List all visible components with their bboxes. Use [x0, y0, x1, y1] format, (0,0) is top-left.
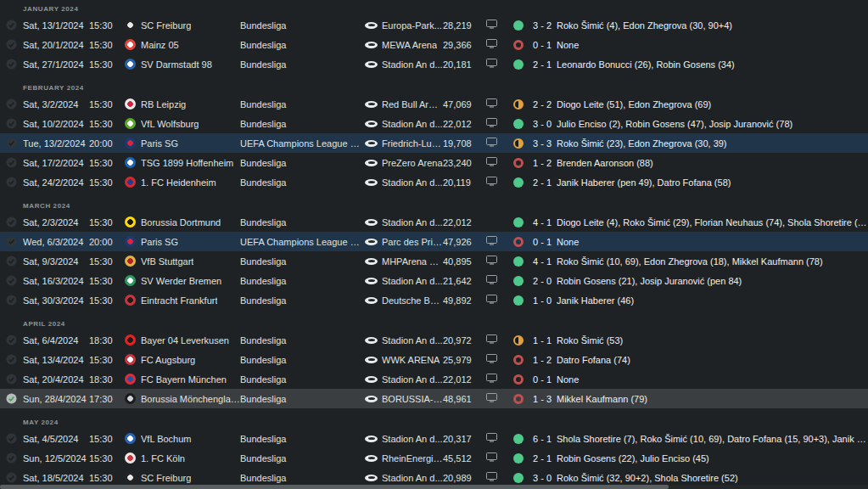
- fixture-row[interactable]: Sat, 20/4/2024 18:30 FC Bayern München B…: [0, 369, 868, 389]
- opponent-cell: Eintracht Frankfurt: [125, 295, 240, 306]
- fixture-row[interactable]: Sun, 12/5/2024 15:30 1. FC Köln Bundesli…: [0, 448, 868, 468]
- club-badge-icon: [125, 98, 136, 110]
- club-badge-icon: [125, 177, 136, 188]
- result-cell: [509, 473, 528, 483]
- score: 0 - 1: [528, 237, 557, 247]
- opponent-cell: RB Leipzig: [125, 98, 240, 110]
- played-check-cell: [0, 374, 23, 385]
- opponent-name: Eintracht Frankfurt: [141, 295, 217, 306]
- scorers: None: [557, 237, 868, 247]
- tv-icon: [486, 452, 497, 464]
- match-date: Sat, 30/3/2024: [23, 295, 89, 306]
- fixture-row[interactable]: Sat, 16/3/2024 15:30 SV Werder Bremen Bu…: [0, 271, 868, 290]
- tv-icon: [486, 334, 497, 346]
- match-date: Sat, 9/3/2024: [23, 256, 89, 267]
- fixture-row[interactable]: Sat, 20/1/2024 15:30 Mainz 05 Bundesliga…: [0, 35, 868, 54]
- stadium-name: Deutsche Ban...: [382, 295, 443, 306]
- fixture-row[interactable]: Sat, 2/3/2024 15:30 Borussia Dortmund Bu…: [0, 212, 868, 232]
- stadium-name: Red Bull Arena: [382, 99, 443, 110]
- fixture-row[interactable]: Sat, 6/4/2024 18:30 Bayer 04 Leverkusen …: [0, 330, 868, 350]
- stadium-icon: [365, 376, 378, 383]
- opponent-cell: Borussia Dortmund: [125, 216, 240, 228]
- score: 0 - 1: [528, 40, 557, 50]
- scorers: Mikkel Kaufmann (79): [557, 394, 868, 404]
- fixture-row[interactable]: Sat, 30/3/2024 15:30 Eintracht Frankfurt…: [0, 290, 868, 310]
- fixture-row[interactable]: Sat, 4/5/2024 15:30 VfL Bochum Bundeslig…: [0, 429, 868, 448]
- played-check-cell: [0, 157, 23, 168]
- match-time: 15:30: [89, 473, 125, 483]
- tv-cell: [473, 354, 509, 365]
- month-header: MAY 2024: [0, 415, 868, 429]
- scorers: Julio Enciso (2), Robin Gosens (47), Jos…: [557, 119, 868, 129]
- opponent-name: 1. FC Heidenheim: [141, 177, 216, 188]
- attendance: 20,317: [443, 434, 473, 444]
- attendance: 47,926: [443, 237, 473, 247]
- stadium-icon: [365, 258, 378, 265]
- match-date: Sun, 28/4/2024: [23, 394, 89, 404]
- tv-icon: [486, 118, 497, 129]
- fixture-row[interactable]: Sat, 13/1/2024 15:30 SC Freiburg Bundesl…: [0, 15, 868, 35]
- competition: Bundesliga: [240, 20, 365, 31]
- match-time: 15:30: [89, 453, 125, 464]
- scorers: Leonardo Bonucci (26), Robin Gosens (34): [557, 59, 868, 70]
- fixture-row[interactable]: Sat, 3/2/2024 15:30 RB Leipzig Bundeslig…: [0, 94, 868, 114]
- fixture-row[interactable]: Sat, 27/1/2024 15:30 SV Darmstadt 98 Bun…: [0, 54, 868, 74]
- scorers: Roko Šimić (23), Edon Zhegrova (30, 39): [557, 138, 868, 149]
- tv-icon: [486, 472, 497, 483]
- stadium-name: Stadion An d...: [382, 473, 443, 483]
- result-indicator: [513, 256, 524, 267]
- club-badge-icon: [125, 472, 136, 483]
- scrollbar-thumb[interactable]: [0, 485, 669, 489]
- venue-cell: Stadion An d...: [365, 374, 443, 385]
- fixture-row[interactable]: Sat, 17/2/2024 15:30 TSG 1899 Hoffenheim…: [0, 153, 868, 172]
- month-label: FEBRUARY 2024: [23, 84, 84, 92]
- venue-cell: Red Bull Arena: [365, 99, 443, 110]
- result-cell: [509, 295, 528, 306]
- fixture-row[interactable]: Sat, 24/2/2024 15:30 1. FC Heidenheim Bu…: [0, 172, 868, 192]
- match-date: Sun, 12/5/2024: [23, 453, 89, 464]
- venue-cell: Deutsche Ban...: [365, 295, 443, 306]
- stadium-icon: [365, 140, 378, 147]
- scorers: Roko Šimić (10, 69), Edon Zhegrova (18),…: [557, 256, 868, 267]
- fixture-row[interactable]: Sat, 18/5/2024 15:30 SC Freiburg Bundesl…: [0, 468, 868, 485]
- venue-cell: Europa-Park...: [365, 20, 443, 31]
- result-indicator: [513, 217, 524, 228]
- month-header: MARCH 2024: [0, 199, 868, 212]
- month-section: JANUARY 2024 Sat, 13/1/2024 15:30 SC Fre…: [0, 2, 868, 74]
- attendance: 20,119: [443, 177, 473, 188]
- attendance: 40,895: [443, 256, 473, 267]
- played-check-icon: [6, 39, 17, 50]
- competition: Bundesliga: [240, 119, 365, 129]
- stadium-icon: [365, 357, 378, 363]
- tv-cell: [473, 295, 509, 306]
- stadium-icon: [365, 42, 378, 48]
- fixture-row[interactable]: Wed, 6/3/2024 20:00 Paris SG UEFA Champi…: [0, 232, 868, 251]
- club-badge-icon: [125, 256, 136, 267]
- match-time: 15:30: [89, 177, 125, 188]
- attendance: 47,069: [443, 99, 473, 110]
- played-check-icon: [6, 216, 17, 228]
- played-check-icon: [6, 452, 17, 464]
- result-indicator: [513, 355, 524, 365]
- fixture-row[interactable]: Sat, 10/2/2024 15:30 VfL Wolfsburg Bunde…: [0, 114, 868, 133]
- played-check-icon: [6, 472, 17, 483]
- month-section: APRIL 2024 Sat, 6/4/2024 18:30 Bayer 04 …: [0, 317, 868, 408]
- match-time: 15:30: [89, 20, 125, 31]
- opponent-cell: SC Freiburg: [125, 472, 240, 483]
- fixture-row[interactable]: Sun, 28/4/2024 17:30 Borussia Mönchengla…: [0, 389, 868, 408]
- tv-icon: [486, 374, 497, 385]
- fixture-row[interactable]: Sat, 9/3/2024 15:30 VfB Stuttgart Bundes…: [0, 251, 868, 271]
- fixture-row[interactable]: Sat, 13/4/2024 15:30 FC Augsburg Bundesl…: [0, 350, 868, 369]
- fixture-row[interactable]: Tue, 13/2/2024 20:00 Paris SG UEFA Champ…: [0, 133, 868, 153]
- club-badge-icon: [125, 334, 136, 346]
- tv-cell: [473, 157, 509, 168]
- horizontal-scrollbar[interactable]: [0, 485, 868, 489]
- attendance: 23,240: [443, 158, 473, 168]
- match-time: 15:30: [89, 295, 125, 306]
- played-check-cell: [0, 59, 23, 70]
- opponent-cell: VfL Wolfsburg: [125, 118, 240, 129]
- competition: Bundesliga: [240, 217, 365, 228]
- venue-cell: MEWA Arena: [365, 40, 443, 50]
- stadium-icon: [365, 121, 378, 127]
- result-indicator: [513, 276, 524, 286]
